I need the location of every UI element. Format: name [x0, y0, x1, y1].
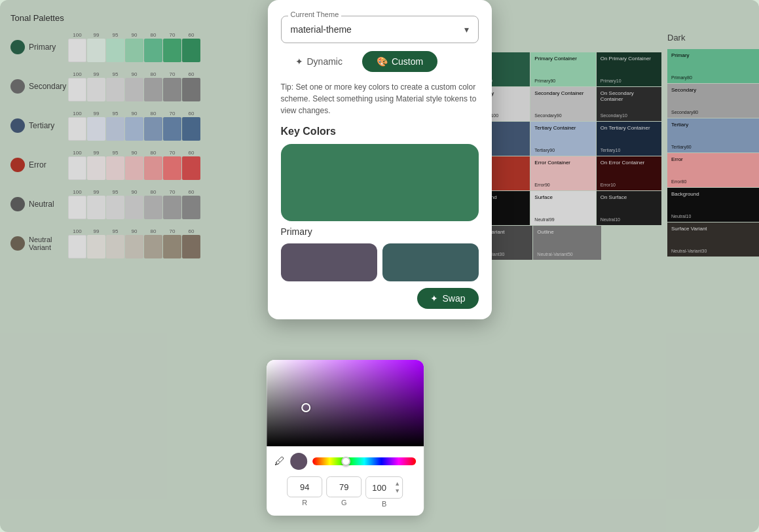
hue-slider[interactable] — [312, 457, 416, 465]
tip-text: Tip: Set one or more key colors to creat… — [281, 81, 479, 116]
color-picker-popup: 🖊 R G ▲▼ B — [267, 360, 424, 516]
b-input[interactable] — [366, 477, 392, 498]
dropdown-chevron-icon: ▾ — [464, 24, 469, 35]
primary-color-label: Primary — [281, 226, 479, 237]
g-input-group: G — [326, 476, 361, 508]
dynamic-tab[interactable]: ✦ Dynamic — [281, 51, 357, 72]
swap-button[interactable]: ✦ Swap — [417, 288, 478, 309]
spinner-arrows[interactable]: ▲▼ — [392, 480, 402, 495]
swap-icon: ✦ — [430, 293, 438, 304]
theme-selector[interactable]: Current Theme material-theme ▾ — [281, 16, 479, 43]
modal-dialog: Current Theme material-theme ▾ ✦ Dynamic… — [268, 0, 492, 319]
g-label: G — [341, 499, 347, 506]
primary-color-preview[interactable] — [281, 144, 479, 221]
color-gradient-area[interactable] — [267, 360, 424, 446]
palette-icon: 🎨 — [377, 56, 388, 67]
theme-selector-value: material-theme — [291, 24, 352, 35]
r-input[interactable] — [287, 476, 322, 497]
b-input-group: ▲▼ B — [365, 476, 403, 508]
current-color-swatch — [290, 453, 307, 470]
theme-selector-label: Current Theme — [288, 10, 342, 18]
secondary-color-box-1[interactable] — [281, 243, 377, 281]
hue-thumb — [341, 457, 350, 466]
g-input[interactable] — [326, 476, 361, 497]
custom-tab[interactable]: 🎨 Custom — [362, 51, 437, 72]
secondary-color-box-2[interactable] — [382, 243, 479, 281]
key-colors-heading: Key Colors — [281, 126, 479, 137]
dynamic-icon: ✦ — [295, 56, 303, 67]
r-input-group: R — [287, 476, 322, 508]
eyedropper-icon[interactable]: 🖊 — [274, 455, 285, 467]
r-label: R — [302, 499, 307, 506]
b-label: B — [382, 500, 386, 508]
color-picker-cursor — [301, 403, 310, 412]
